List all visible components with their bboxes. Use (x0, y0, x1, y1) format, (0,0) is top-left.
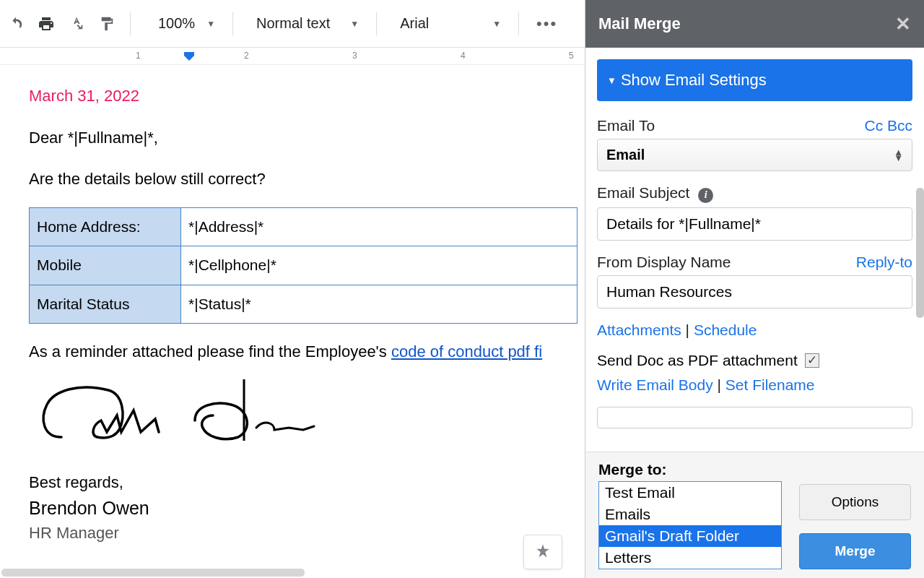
signer-name: Brendon Owen (29, 496, 578, 521)
table-row: Home Address: *|Address|* (30, 208, 578, 246)
font-value: Arial (400, 15, 429, 32)
print-button[interactable] (33, 11, 59, 37)
table-row: Marital Status *|Status|* (30, 285, 578, 323)
signature-image (29, 376, 578, 454)
closing-line: Best regards, (29, 472, 578, 493)
indent-marker-icon[interactable] (184, 52, 194, 61)
info-icon[interactable]: i (698, 188, 713, 203)
merge-button[interactable]: Merge (799, 533, 911, 569)
chevron-down-icon: ▼ (492, 19, 501, 29)
email-subject-input[interactable] (597, 207, 912, 241)
table-value: *|Status|* (181, 285, 578, 323)
close-icon[interactable]: ✕ (895, 13, 911, 35)
subject-label: Email Subject (597, 184, 689, 201)
cc-link[interactable]: Cc (864, 117, 883, 134)
reminder-line: As a reminder attached please find the E… (29, 341, 578, 363)
reminder-text: As a reminder attached please find the E… (29, 342, 391, 361)
sidebar-header: Mail Merge ✕ (585, 0, 924, 48)
show-email-settings-toggle[interactable]: ▼ Show Email Settings (597, 59, 912, 101)
details-table: Home Address: *|Address|* Mobile *|Cellp… (29, 207, 578, 324)
undo-button[interactable] (3, 11, 29, 37)
merge-option[interactable]: Test Email (599, 482, 781, 504)
table-label: Marital Status (30, 285, 181, 323)
write-email-body-link[interactable]: Write Email Body (597, 376, 713, 393)
zoom-select[interactable]: 100% ▼ (141, 15, 222, 32)
more-tools-button[interactable]: ••• (529, 14, 565, 33)
from-label: From Display Name (597, 254, 731, 271)
document-area[interactable]: March 31, 2022 Dear *|Fullname|*, Are th… (0, 65, 585, 578)
table-value: *|Cellphone|* (181, 246, 578, 285)
page-scrollbar[interactable] (916, 188, 924, 318)
show-settings-label: Show Email Settings (621, 71, 767, 90)
table-value: *|Address|* (181, 208, 578, 246)
set-filename-link[interactable]: Set Filename (725, 376, 815, 393)
attachments-link[interactable]: Attachments (597, 322, 681, 338)
pdf-attachment-label: Send Doc as PDF attachment (597, 352, 798, 369)
bcc-link[interactable]: Bcc (887, 117, 912, 134)
table-label: Mobile (30, 246, 181, 285)
merge-option[interactable]: Gmail's Draft Folder (599, 525, 781, 547)
empty-field[interactable] (597, 407, 912, 428)
mail-merge-sidebar: Mail Merge ✕ ▼ Show Email Settings Email… (585, 0, 924, 578)
chevron-down-icon: ▼ (350, 19, 359, 29)
paragraph-style-select[interactable]: Normal text ▼ (243, 15, 366, 32)
sidebar-title: Mail Merge (598, 14, 681, 33)
paint-format-button[interactable] (94, 11, 120, 37)
schedule-link[interactable]: Schedule (694, 322, 757, 338)
merge-option[interactable]: Emails (599, 504, 781, 525)
ruler-mark: 4 (461, 51, 466, 61)
email-to-label: Email To (597, 117, 655, 134)
horizontal-scrollbar[interactable] (1, 569, 305, 577)
question-line: Are the details below still correct? (29, 168, 578, 190)
from-display-name-input[interactable] (597, 275, 912, 309)
document-date: March 31, 2022 (29, 85, 578, 107)
greeting-line: Dear *|Fullname|*, (29, 127, 578, 149)
merge-section: Merge to: Test EmailEmailsGmail's Draft … (585, 452, 924, 578)
font-family-select[interactable]: Arial ▼ (387, 15, 508, 32)
chevron-down-icon: ▼ (206, 19, 215, 29)
signer-title: HR Manager (29, 522, 578, 544)
email-to-select[interactable]: Email ▲▼ (597, 139, 912, 171)
ruler-mark: 1 (136, 51, 141, 61)
spellcheck-button[interactable] (64, 11, 90, 37)
email-to-value: Email (606, 147, 645, 163)
reply-to-link[interactable]: Reply-to (856, 254, 912, 271)
ruler-mark: 3 (352, 51, 357, 61)
merge-to-label: Merge to: (598, 461, 782, 478)
ruler-mark: 2 (244, 51, 249, 61)
caret-down-icon: ▼ (607, 75, 616, 86)
merge-option[interactable]: Letters (599, 547, 781, 569)
options-button[interactable]: Options (799, 484, 911, 520)
explore-button[interactable] (523, 535, 562, 569)
select-arrows-icon: ▲▼ (894, 150, 903, 161)
pdf-checkbox[interactable] (805, 353, 819, 368)
table-label: Home Address: (30, 208, 181, 246)
code-of-conduct-link[interactable]: code of conduct pdf fi (391, 342, 542, 361)
table-row: Mobile *|Cellphone|* (30, 246, 578, 285)
zoom-value: 100% (158, 15, 195, 32)
ruler-mark: 5 (569, 51, 574, 61)
merge-to-list[interactable]: Test EmailEmailsGmail's Draft FolderLett… (598, 481, 782, 569)
style-value: Normal text (256, 15, 330, 32)
